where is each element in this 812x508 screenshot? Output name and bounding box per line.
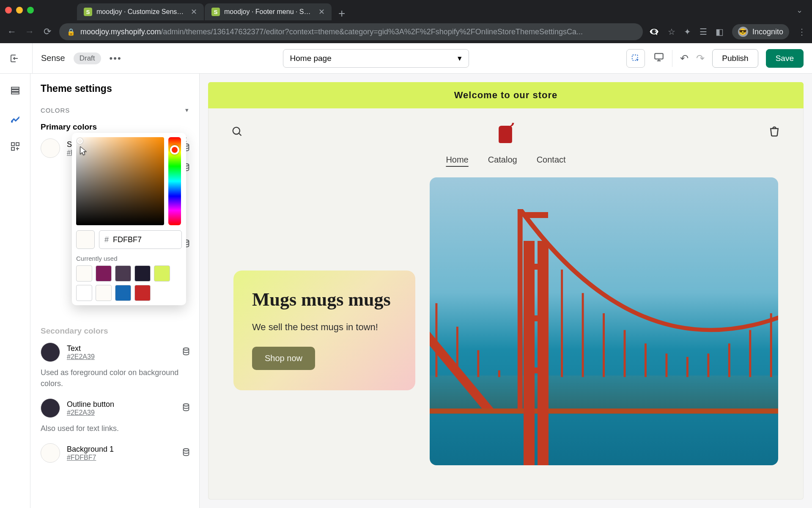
maximize-window-icon[interactable] <box>27 7 34 14</box>
svg-point-13 <box>184 403 189 406</box>
used-swatch[interactable] <box>134 285 151 301</box>
sv-cursor[interactable] <box>77 138 83 144</box>
color-description: Also used for text links. <box>30 421 199 440</box>
minimize-window-icon[interactable] <box>16 7 23 14</box>
address-bar[interactable]: 🔒 moodjoy.myshopify.com/admin/themes/136… <box>59 23 643 40</box>
browser-tab[interactable]: S moodjoy · Footer menu · Shopi ✕ <box>205 3 332 20</box>
rail-apps-icon[interactable] <box>8 140 22 153</box>
color-name: Text <box>67 344 95 353</box>
nav-home[interactable]: Home <box>446 155 468 165</box>
svg-rect-2 <box>11 87 19 89</box>
incognito-badge[interactable]: 😎 Incognito <box>732 24 789 39</box>
page-selector[interactable]: Home page ▾ <box>283 49 469 68</box>
hex-input[interactable]: # FDFBF7 <box>99 230 182 249</box>
color-hex: #FDFBF7 <box>67 454 114 461</box>
hero-subtitle: We sell the best mugs in town! <box>252 320 397 334</box>
color-hex: #2E2A39 <box>67 409 114 417</box>
tab-title: moodjoy · Footer menu · Shopi <box>224 8 314 16</box>
used-swatch[interactable] <box>134 265 151 282</box>
nav-contact[interactable]: Contact <box>537 155 566 165</box>
svg-rect-1 <box>655 53 664 59</box>
store-logo[interactable] <box>493 120 518 145</box>
shop-now-button[interactable]: Shop now <box>252 347 315 370</box>
window-controls[interactable] <box>5 7 34 14</box>
hero-text-card: Mugs mugs mugs We sell the best mugs in … <box>233 271 415 390</box>
hue-slider[interactable] <box>168 137 181 225</box>
saturation-value-field[interactable] <box>76 137 164 225</box>
hero-section[interactable]: Mugs mugs mugs We sell the best mugs in … <box>233 177 778 465</box>
color-name: Background 1 <box>67 445 114 454</box>
used-swatch[interactable] <box>96 285 112 301</box>
dynamic-source-icon[interactable] <box>181 403 191 414</box>
divider <box>32 43 33 74</box>
color-swatch[interactable] <box>41 398 60 418</box>
svg-rect-3 <box>11 90 19 91</box>
shopify-favicon-icon: S <box>211 8 220 16</box>
color-swatch[interactable] <box>41 342 60 362</box>
bookmark-star-icon[interactable]: ☆ <box>668 27 675 37</box>
tab-title: moodjoy · Customize Sense · S <box>96 8 187 16</box>
browser-tab-active[interactable]: S moodjoy · Customize Sense · S ✕ <box>77 3 204 20</box>
nav-catalog[interactable]: Catalog <box>488 155 517 165</box>
incognito-label: Incognito <box>752 28 783 36</box>
publish-button[interactable]: Publish <box>712 49 758 68</box>
close-tab-icon[interactable]: ✕ <box>191 7 197 17</box>
theme-name: Sense <box>41 53 65 63</box>
current-color-swatch <box>76 230 95 249</box>
used-swatch[interactable] <box>115 265 131 282</box>
announcement-bar[interactable]: Welcome to our store <box>208 82 804 108</box>
more-actions-button[interactable]: ••• <box>110 53 122 64</box>
cart-icon[interactable] <box>768 125 781 141</box>
undo-button[interactable]: ↶ <box>680 52 689 64</box>
color-swatch[interactable] <box>41 138 60 158</box>
exit-editor-button[interactable] <box>8 52 20 64</box>
color-setting-outline-button[interactable]: Outline button #2E2A39 <box>30 395 199 421</box>
svg-rect-4 <box>11 92 19 94</box>
close-tab-icon[interactable]: ✕ <box>318 7 325 17</box>
rail-theme-settings-icon[interactable] <box>8 112 22 125</box>
color-description: Used as foreground color on background c… <box>30 365 199 395</box>
save-button[interactable]: Save <box>766 49 804 68</box>
svg-rect-6 <box>11 143 14 146</box>
section-label: COLORS <box>41 107 70 114</box>
chevron-down-icon: ▾ <box>458 53 462 63</box>
close-window-icon[interactable] <box>5 7 12 14</box>
color-setting-text[interactable]: Text #2E2A39 <box>30 339 199 365</box>
chevron-down-icon: ▾ <box>185 106 189 114</box>
search-icon[interactable] <box>231 125 243 140</box>
rail-sections-icon[interactable] <box>8 84 22 97</box>
left-rail <box>0 74 30 508</box>
reading-list-icon[interactable]: ☰ <box>700 27 707 37</box>
svg-point-5 <box>11 121 13 122</box>
back-button[interactable]: ← <box>6 26 18 37</box>
color-picker-popover: # FDFBF7 Currently used <box>72 133 186 305</box>
theme-preview[interactable]: Welcome to our store Home Catalog <box>208 82 804 500</box>
tab-overflow-icon[interactable]: ⌄ <box>796 6 807 15</box>
reload-button[interactable]: ⟳ <box>41 26 53 37</box>
dynamic-source-icon[interactable] <box>181 347 191 358</box>
inspector-toggle-button[interactable] <box>626 49 645 68</box>
used-swatch[interactable] <box>154 265 170 282</box>
used-swatch[interactable] <box>76 265 92 282</box>
used-swatch[interactable] <box>115 285 131 301</box>
redo-button[interactable]: ↷ <box>696 52 705 64</box>
side-panel-icon[interactable]: ◧ <box>716 27 724 37</box>
color-setting-background-1[interactable]: Background 1 #FDFBF7 <box>30 440 199 466</box>
svg-rect-7 <box>16 143 19 146</box>
url-host: moodjoy.myshopify.com <box>80 28 161 36</box>
theme-settings-panel: Theme settings COLORS ▾ Primary colors S… <box>30 74 200 508</box>
section-colors-header[interactable]: COLORS ▾ <box>30 102 199 118</box>
svg-point-15 <box>233 127 240 134</box>
new-tab-button[interactable]: + <box>332 7 351 20</box>
hue-thumb[interactable] <box>170 145 179 155</box>
desktop-viewport-icon[interactable] <box>653 52 664 65</box>
svg-point-14 <box>184 449 189 451</box>
extensions-icon[interactable]: ✦ <box>684 27 691 37</box>
used-swatch[interactable] <box>76 285 92 301</box>
forward-button[interactable]: → <box>24 26 36 37</box>
used-swatch[interactable] <box>96 265 112 282</box>
dynamic-source-icon[interactable] <box>181 447 191 459</box>
eye-off-icon[interactable]: 👁‍🗨 <box>649 27 659 37</box>
kebab-menu-icon[interactable]: ⋮ <box>798 27 806 37</box>
color-swatch[interactable] <box>41 443 60 463</box>
